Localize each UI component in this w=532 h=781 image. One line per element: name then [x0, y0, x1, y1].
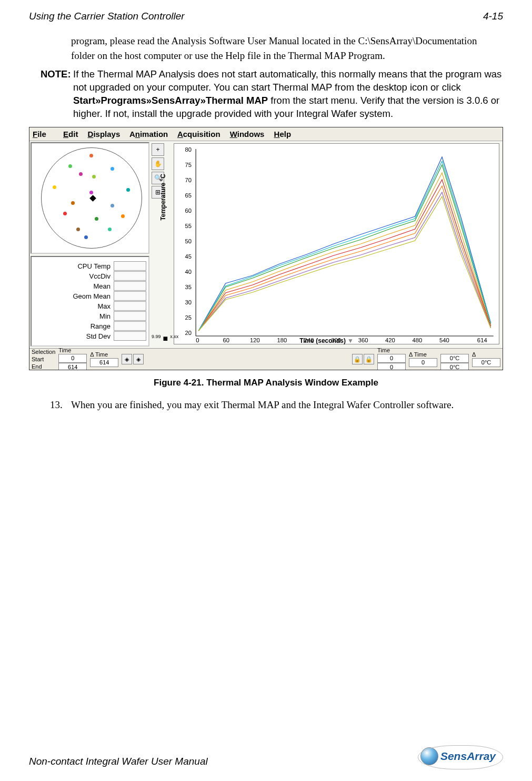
stat-field[interactable] [114, 281, 146, 291]
svg-text:0: 0 [196, 337, 199, 343]
stat-label: Geom Mean [63, 292, 113, 300]
dropdown-icon[interactable]: ▼ [347, 337, 354, 344]
menu-edit[interactable]: Edit [63, 130, 78, 139]
sensor-dot [63, 212, 67, 215]
nav-icon[interactable]: ◈ [133, 354, 144, 364]
step-number: 13. [50, 398, 71, 412]
menu-acquisition[interactable]: Acquisition [177, 130, 220, 139]
end-time-field[interactable]: 614 [58, 363, 87, 370]
menu-displays[interactable]: Displays [88, 130, 121, 139]
svg-text:540: 540 [439, 337, 449, 343]
lock-minus-icon[interactable]: 🔒 [364, 354, 374, 364]
selection-bar: Selection Start End Time 0 614 Δ Time 61… [29, 348, 503, 370]
start-label: Start [32, 355, 55, 363]
svg-text:50: 50 [185, 238, 192, 244]
temp-field[interactable]: 0°C [440, 354, 469, 363]
stat-field[interactable] [114, 331, 146, 341]
temp-field[interactable]: 0°C [440, 363, 469, 370]
footer-title: Non-contact Integral Wafer User Manual [29, 756, 208, 767]
app-screenshot: File Edit Displays Animation Acquisition… [29, 127, 503, 370]
logo-ball-icon [420, 747, 438, 765]
stats-panel: CPU Temp VccDiv Mean Geom Mean Max Min R… [31, 256, 149, 347]
stat-field[interactable] [114, 271, 146, 281]
sensor-dot [111, 204, 114, 207]
note-label: NOTE: [41, 68, 73, 121]
tool-pan-icon[interactable]: ✋ [152, 157, 164, 170]
svg-text:40: 40 [185, 269, 192, 275]
figure-caption: Figure 4-21. Thermal MAP Analysis Window… [29, 378, 503, 388]
stat-label: Range [63, 322, 113, 330]
stat-label: Std Dev [63, 332, 113, 340]
paragraph-continuation: program, please read the Analysis Softwa… [71, 34, 503, 63]
svg-text:360: 360 [358, 337, 368, 343]
t2-field[interactable]: 0 [377, 354, 406, 363]
tool-crosshair-icon[interactable]: + [152, 143, 164, 156]
start-time-field[interactable]: 0 [58, 354, 87, 363]
step-text: When you are finished, you may exit Ther… [71, 398, 454, 412]
sensor-dot [89, 154, 93, 157]
t2-field[interactable]: 0 [377, 363, 406, 370]
svg-text:45: 45 [185, 253, 192, 260]
sensor-dot [53, 185, 56, 189]
svg-text:614: 614 [477, 337, 487, 343]
menu-bar: File Edit Displays Animation Acquisition… [29, 127, 503, 141]
sensor-dot [108, 228, 112, 231]
wafer-map[interactable] [31, 142, 149, 254]
menu-animation[interactable]: Animation [129, 130, 168, 139]
brand-logo: SensArray [413, 745, 503, 767]
svg-text:35: 35 [185, 284, 192, 290]
header-right: 4-15 [483, 11, 503, 22]
y-axis-label: Temperature °C [159, 174, 167, 221]
sensor-dot [92, 175, 96, 179]
sensor-dot [76, 228, 80, 231]
delta-time-field[interactable]: 614 [90, 358, 118, 367]
note-pre: If the Thermal MAP Analysis does not sta… [73, 68, 501, 93]
svg-text:55: 55 [185, 223, 192, 229]
lock-plus-icon[interactable]: 🔒 [352, 354, 363, 364]
stat-label: CPU Temp [63, 262, 113, 270]
svg-text:180: 180 [277, 337, 287, 343]
stat-label: Max [63, 302, 113, 310]
stat-field[interactable] [114, 291, 146, 301]
stat-label: Mean [63, 282, 113, 290]
format-tool-icon[interactable]: x.xx [170, 334, 178, 343]
dt2-field[interactable]: 0 [409, 358, 437, 367]
menu-file[interactable]: File [33, 130, 54, 139]
stat-field[interactable] [114, 311, 146, 321]
svg-text:70: 70 [185, 177, 192, 183]
svg-text:65: 65 [185, 192, 192, 199]
sensor-dot [95, 217, 98, 221]
nav-icon[interactable]: ◈ [122, 354, 132, 364]
stat-field[interactable] [114, 261, 146, 271]
svg-text:80: 80 [185, 146, 192, 153]
dtime-label: Δ Time [90, 351, 118, 358]
sensor-dot [71, 201, 75, 205]
chart-svg: 8075 7065 6055 5045 4035 3025 20 060 120… [174, 144, 499, 344]
svg-text:20: 20 [185, 330, 192, 336]
stat-field[interactable] [114, 301, 146, 311]
format-tool-icon[interactable]: ■ [163, 334, 168, 343]
svg-text:60: 60 [185, 207, 192, 214]
logo-text: SensArray [440, 750, 496, 763]
sensor-dot [121, 214, 125, 218]
sensor-dot [89, 191, 93, 194]
sensor-dot [126, 188, 130, 192]
menu-windows[interactable]: Windows [230, 130, 265, 139]
temperature-chart[interactable]: 8075 7065 6055 5045 4035 3025 20 060 120… [174, 143, 499, 344]
time2-label: Time [377, 347, 406, 354]
x-axis-label: Time (seconds) [299, 337, 346, 344]
menu-help[interactable]: Help [274, 130, 292, 139]
stat-label: Min [63, 312, 113, 320]
sel-label: Selection [32, 348, 55, 355]
stat-field[interactable] [114, 321, 146, 331]
svg-text:30: 30 [185, 299, 192, 305]
sensor-dot [79, 172, 83, 176]
delta-label: Δ [472, 351, 500, 358]
dtemp-field[interactable]: 0°C [472, 358, 500, 367]
svg-text:120: 120 [250, 337, 260, 343]
time-label: Time [58, 347, 87, 354]
header-left: Using the Carrier Station Controller [29, 11, 185, 22]
svg-text:25: 25 [185, 314, 192, 321]
dtime2-label: Δ Time [409, 351, 437, 358]
format-tool-icon[interactable]: 9.99 [152, 334, 161, 343]
